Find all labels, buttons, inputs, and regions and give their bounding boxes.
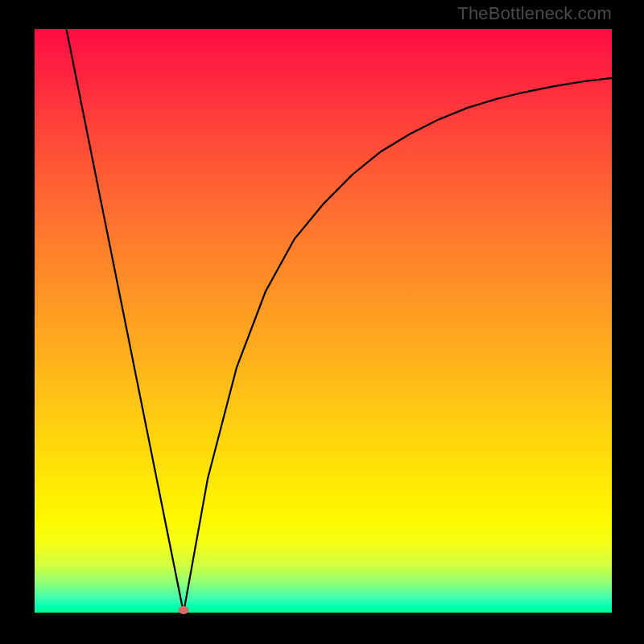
- curve-right-branch: [184, 78, 612, 613]
- vertex-marker: [178, 606, 188, 614]
- plot-area: [35, 29, 612, 613]
- chart-frame: TheBottleneck.com: [0, 0, 644, 644]
- curve-left-branch: [66, 29, 184, 613]
- watermark-text: TheBottleneck.com: [457, 3, 612, 24]
- bottleneck-curve: [35, 29, 612, 613]
